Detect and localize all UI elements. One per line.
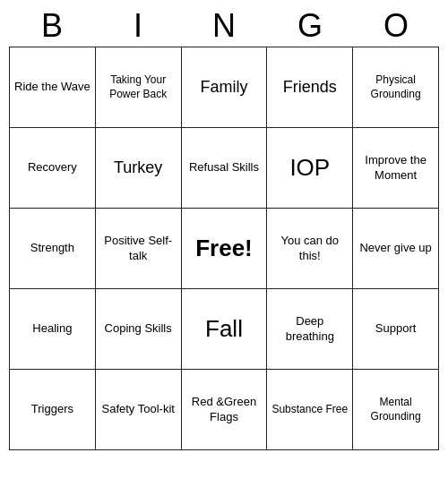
bingo-cell-0[interactable]: Ride the Wave [10, 47, 96, 128]
cell-text-7: Refusal Skills [185, 160, 264, 175]
bingo-cell-7[interactable]: Refusal Skills [182, 128, 268, 209]
cell-text-21: Safety Tool-kit [99, 402, 178, 417]
cell-text-11: Positive Self-talk [99, 234, 178, 264]
cell-text-5: Recovery [13, 160, 92, 175]
bingo-cell-20[interactable]: Triggers [10, 370, 96, 450]
letter-n: N [185, 7, 263, 45]
cell-text-9: Improve the Moment [356, 153, 435, 184]
bingo-cell-2[interactable]: Family [182, 47, 268, 128]
cell-text-19: Support [356, 321, 435, 337]
bingo-header: B I N G O [9, 7, 439, 45]
cell-text-6: Turkey [99, 158, 178, 178]
cell-text-18: Deep breathing [270, 314, 349, 345]
cell-text-13: You can do this! [270, 234, 349, 264]
cell-text-0: Ride the Wave [13, 80, 92, 95]
bingo-cell-13[interactable]: You can do this! [267, 209, 353, 289]
cell-text-1: Taking Your Power Back [99, 73, 178, 101]
bingo-grid: Ride the WaveTaking Your Power BackFamil… [9, 47, 439, 450]
cell-text-23: Substance Free [270, 403, 349, 417]
cell-text-3: Friends [270, 77, 349, 98]
bingo-cell-11[interactable]: Positive Self-talk [96, 209, 182, 289]
cell-text-24: Mental Grounding [356, 396, 435, 423]
bingo-cell-18[interactable]: Deep breathing [267, 289, 353, 370]
bingo-cell-19[interactable]: Support [353, 289, 439, 370]
bingo-cell-14[interactable]: Never give up [353, 209, 439, 289]
bingo-cell-21[interactable]: Safety Tool-kit [96, 370, 182, 450]
bingo-cell-1[interactable]: Taking Your Power Back [96, 47, 182, 128]
bingo-card: B I N G O Ride the WaveTaking Your Power… [9, 7, 439, 450]
letter-g: G [271, 7, 349, 45]
bingo-cell-22[interactable]: Red &Green Flags [182, 370, 268, 450]
bingo-cell-3[interactable]: Friends [267, 47, 353, 128]
letter-o: O [357, 7, 435, 45]
bingo-cell-10[interactable]: Strength [10, 209, 96, 289]
bingo-cell-4[interactable]: Physical Grounding [353, 47, 439, 128]
cell-text-17: Fall [185, 314, 264, 345]
bingo-cell-6[interactable]: Turkey [96, 128, 182, 209]
cell-text-10: Strength [13, 241, 92, 256]
cell-text-8: IOP [270, 153, 349, 184]
bingo-cell-5[interactable]: Recovery [10, 128, 96, 209]
cell-text-20: Triggers [13, 402, 92, 417]
bingo-cell-24[interactable]: Mental Grounding [353, 370, 439, 450]
bingo-cell-15[interactable]: Healing [10, 289, 96, 370]
bingo-cell-17[interactable]: Fall [182, 289, 268, 370]
bingo-cell-9[interactable]: Improve the Moment [353, 128, 439, 209]
cell-text-16: Coping Skills [99, 321, 178, 337]
letter-i: I [99, 7, 177, 45]
cell-text-2: Family [185, 77, 264, 98]
bingo-cell-8[interactable]: IOP [267, 128, 353, 209]
cell-text-22: Red &Green Flags [185, 395, 264, 425]
letter-b: B [13, 7, 91, 45]
cell-text-4: Physical Grounding [356, 73, 435, 101]
bingo-cell-16[interactable]: Coping Skills [96, 289, 182, 370]
bingo-cell-12[interactable]: Free! [182, 209, 268, 289]
cell-text-12: Free! [185, 234, 264, 264]
cell-text-14: Never give up [356, 241, 435, 256]
bingo-cell-23[interactable]: Substance Free [267, 370, 353, 450]
cell-text-15: Healing [13, 321, 92, 337]
